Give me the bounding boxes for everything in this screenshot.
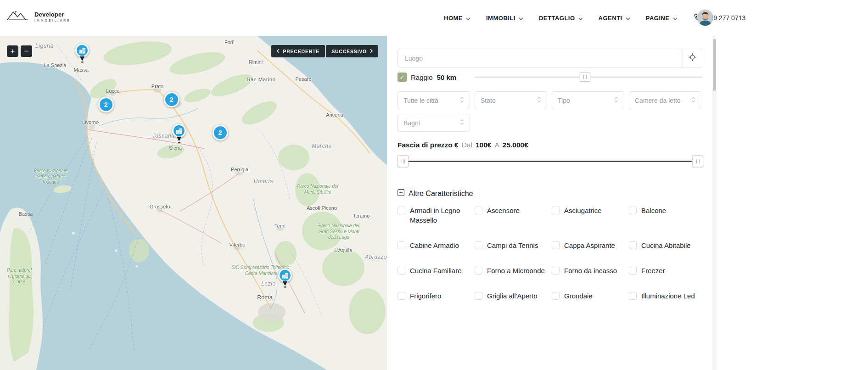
select-arrows-icon bbox=[460, 119, 464, 127]
pin-shadow bbox=[178, 142, 180, 143]
price-label: Fascia di prezzo € bbox=[398, 141, 459, 149]
zoom-in-button[interactable]: + bbox=[7, 45, 18, 57]
map-pin-marker[interactable] bbox=[172, 124, 186, 143]
feature-checkbox[interactable] bbox=[475, 241, 482, 249]
feature-label: Asciugatrice bbox=[564, 206, 602, 215]
geolocate-button[interactable] bbox=[683, 49, 702, 67]
select-bathrooms[interactable]: Bagni bbox=[398, 114, 470, 132]
feature-label: Cucina Abitabile bbox=[641, 241, 691, 250]
feature-item: Illuminazione Led bbox=[629, 291, 711, 301]
radius-checkbox[interactable]: ✓ bbox=[398, 73, 407, 82]
nav-item-home[interactable]: HOME bbox=[444, 14, 470, 22]
radius-label: Raggio bbox=[411, 73, 433, 81]
feature-checkbox[interactable] bbox=[398, 207, 405, 214]
user-avatar[interactable] bbox=[697, 10, 713, 26]
brand-logo[interactable]: Developer IMMOBILIARE bbox=[6, 9, 71, 24]
next-button[interactable]: SUCCESSIVO bbox=[326, 45, 378, 57]
brand-text: Developer IMMOBILIARE bbox=[34, 11, 71, 22]
nav-item-pagine[interactable]: PAGINE bbox=[646, 14, 678, 22]
search-filter-panel: ✓ Raggio 50 km Tutte le città Stato Tipo… bbox=[397, 36, 714, 370]
location-input[interactable] bbox=[398, 49, 683, 67]
slider-handle[interactable] bbox=[580, 72, 590, 82]
map-cluster-marker[interactable]: 2 bbox=[98, 97, 114, 112]
nav-label: AGENTI bbox=[599, 15, 622, 22]
slider-track[interactable] bbox=[403, 161, 698, 162]
chevron-right-icon bbox=[370, 49, 373, 54]
feature-label: Cucina Familiare bbox=[410, 266, 462, 275]
feature-item: Forno da incasso bbox=[552, 266, 629, 275]
feature-checkbox[interactable] bbox=[629, 292, 637, 300]
scrollbar-thumb[interactable] bbox=[713, 39, 716, 91]
price-slider-max-handle[interactable] bbox=[692, 155, 703, 167]
chevron-down-icon bbox=[466, 14, 470, 22]
feature-item: Freezer bbox=[629, 266, 711, 275]
price-slider-min-handle[interactable] bbox=[398, 155, 409, 167]
select-row-2: Bagni bbox=[398, 114, 470, 132]
feature-checkbox[interactable] bbox=[629, 267, 637, 275]
feature-label: Grondaie bbox=[564, 291, 593, 301]
feature-item: Balcone bbox=[629, 206, 711, 225]
zoom-out-button[interactable]: − bbox=[21, 45, 32, 57]
brand-subtitle: IMMOBILIARE bbox=[34, 19, 71, 22]
feature-label: Armadi in Legno Massello bbox=[410, 206, 475, 225]
map-cluster-marker[interactable]: 2 bbox=[213, 125, 228, 140]
feature-checkbox[interactable] bbox=[552, 241, 560, 249]
feature-item: Armadi in Legno Massello bbox=[398, 206, 475, 225]
select-status[interactable]: Stato bbox=[475, 91, 547, 109]
feature-checkbox[interactable] bbox=[552, 292, 560, 300]
feature-item: Campi da Tennis bbox=[475, 241, 552, 250]
more-features-toggle[interactable]: Altre Caratteristiche bbox=[398, 189, 473, 198]
feature-checkbox[interactable] bbox=[629, 241, 637, 249]
feature-checkbox[interactable] bbox=[552, 267, 560, 275]
select-city[interactable]: Tutte le città bbox=[398, 91, 470, 109]
feature-item: Cabine Armadio bbox=[398, 241, 475, 250]
feature-checkbox[interactable] bbox=[475, 207, 482, 214]
feature-label: Frigorifero bbox=[410, 291, 441, 301]
price-range-row: Fascia di prezzo € Dal 100€ A 25.000€ bbox=[398, 141, 528, 149]
select-value: Stato bbox=[481, 97, 496, 104]
feature-checkbox[interactable] bbox=[398, 267, 405, 275]
feature-checkbox[interactable] bbox=[552, 207, 560, 214]
previous-button[interactable]: PRECEDENTE bbox=[271, 45, 325, 57]
price-from-value: 100€ bbox=[476, 141, 491, 149]
select-type[interactable]: Tipo bbox=[552, 91, 624, 109]
nav-item-dettaglio[interactable]: DETTAGLIO bbox=[539, 14, 583, 22]
feature-item: Grondaie bbox=[552, 291, 629, 301]
map-cluster-marker[interactable]: 2 bbox=[164, 92, 179, 107]
feature-item: Griglia all'Aperto bbox=[475, 291, 552, 301]
feature-label: Illuminazione Led bbox=[641, 291, 695, 301]
select-value: Tipo bbox=[558, 97, 570, 104]
feature-item: Forno a Microonde bbox=[475, 266, 552, 275]
pin-shadow bbox=[81, 62, 84, 63]
feature-checkbox[interactable] bbox=[629, 207, 637, 214]
select-arrows-icon bbox=[614, 96, 618, 104]
cluster-count: 2 bbox=[170, 96, 174, 103]
feature-item: Cucina Abitabile bbox=[629, 241, 711, 250]
nav-item-immobili[interactable]: IMMOBILI bbox=[486, 14, 523, 22]
map-canvas[interactable]: Liguria La Spezia Massa Forlì Rimini San… bbox=[0, 36, 387, 370]
pin-tail bbox=[80, 56, 84, 61]
previous-label: PRECEDENTE bbox=[283, 49, 319, 54]
chevron-left-icon bbox=[277, 49, 280, 54]
nav-label: HOME bbox=[444, 15, 463, 22]
crosshair-target-icon bbox=[688, 53, 697, 63]
feature-checkbox[interactable] bbox=[398, 292, 405, 300]
map-pager: PRECEDENTE SUCCESSIVO bbox=[271, 45, 378, 57]
price-slider[interactable] bbox=[398, 155, 703, 168]
nav-label: DETTAGLIO bbox=[539, 15, 575, 22]
feature-checkbox[interactable] bbox=[475, 292, 482, 300]
select-arrows-icon bbox=[691, 96, 695, 104]
next-label: SUCCESSIVO bbox=[331, 49, 367, 54]
select-bedrooms[interactable]: Camere da letto bbox=[629, 91, 701, 109]
property-pin-icon bbox=[172, 124, 186, 138]
nav-item-agenti[interactable]: AGENTI bbox=[599, 14, 630, 22]
map-pin-marker[interactable] bbox=[75, 44, 89, 63]
radius-slider[interactable] bbox=[475, 72, 702, 82]
chevron-down-icon bbox=[673, 14, 678, 22]
map-pin-marker[interactable] bbox=[278, 269, 292, 288]
feature-checkbox[interactable] bbox=[475, 267, 482, 275]
select-row-1: Tutte le città Stato Tipo Camere da lett… bbox=[398, 91, 701, 109]
select-value: Bagni bbox=[403, 119, 420, 127]
feature-checkbox[interactable] bbox=[398, 241, 405, 249]
minus-icon: − bbox=[24, 47, 29, 55]
